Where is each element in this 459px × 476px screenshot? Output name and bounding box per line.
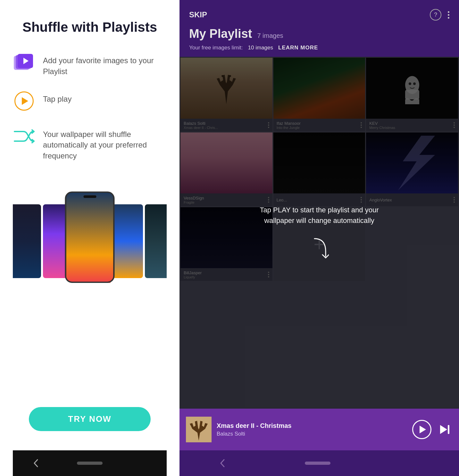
phone-showcase bbox=[13, 180, 167, 283]
player-next-button[interactable] bbox=[437, 421, 453, 438]
feature-play: Tap play bbox=[13, 90, 167, 112]
back-button[interactable] bbox=[30, 457, 43, 470]
phone-screen bbox=[66, 193, 113, 282]
tap-play-tooltip: Tap PLAY to start the playlist and your … bbox=[255, 205, 383, 226]
bottom-player: Xmas deer II - Christmas Balazs Solti bbox=[179, 409, 459, 450]
feature-shuffle: Your wallpaper will shuffle automaticall… bbox=[13, 125, 167, 161]
wallpaper-4 bbox=[113, 204, 143, 278]
right-panel: SKIP ? My Playlist 7 images Your free im… bbox=[179, 0, 459, 476]
svg-rect-7 bbox=[448, 425, 449, 434]
wallpaper-grid-area: Balazs Solti Xmas deer II - Chris... Ifa… bbox=[179, 57, 459, 409]
playlist-count: 7 images bbox=[257, 32, 283, 39]
home-pill[interactable] bbox=[77, 462, 103, 465]
free-limit-label: Your free images limit: bbox=[189, 45, 243, 51]
page-title: Shuffle with Playlists bbox=[22, 19, 157, 35]
player-play-button[interactable] bbox=[412, 420, 431, 439]
tap-play-overlay: Tap PLAY to start the playlist and your … bbox=[179, 57, 459, 409]
top-icons: ? bbox=[430, 9, 449, 21]
right-header: SKIP ? My Playlist 7 images Your free im… bbox=[179, 0, 459, 57]
player-thumbnail bbox=[186, 417, 212, 442]
phone-frame bbox=[65, 191, 115, 283]
help-icon[interactable]: ? bbox=[430, 9, 441, 21]
learn-more-button[interactable]: LEARN MORE bbox=[278, 45, 318, 51]
more-menu-icon[interactable] bbox=[448, 11, 449, 19]
player-info: Xmas deer II - Christmas Balazs Solti bbox=[217, 422, 407, 437]
feature-play-text: Tap play bbox=[43, 90, 71, 105]
shuffle-icon bbox=[13, 125, 35, 148]
feature-playlist-text: Add your favorite images to your Playlis… bbox=[43, 51, 167, 77]
wallpaper-1 bbox=[13, 204, 41, 278]
left-panel: Shuffle with Playlists Add your favorite… bbox=[0, 0, 179, 476]
top-bar: SKIP ? bbox=[189, 9, 449, 21]
wallpaper-5 bbox=[145, 204, 167, 278]
phone-notch bbox=[83, 195, 96, 198]
playlist-title: My Playlist bbox=[189, 27, 252, 41]
play-icon bbox=[13, 90, 35, 112]
bottom-nav-right bbox=[179, 450, 459, 476]
curved-arrow-icon bbox=[310, 235, 329, 261]
skip-button[interactable]: SKIP bbox=[189, 10, 207, 19]
free-limit-bar: Your free images limit: 10 images LEARN … bbox=[189, 45, 449, 57]
player-artist: Balazs Solti bbox=[217, 431, 407, 437]
playlist-title-row: My Playlist 7 images bbox=[189, 27, 449, 41]
try-now-button[interactable]: TRY NOW bbox=[29, 407, 151, 431]
player-title: Xmas deer II - Christmas bbox=[217, 422, 407, 429]
free-limit-value: 10 images bbox=[248, 45, 273, 51]
back-button-right[interactable] bbox=[218, 458, 228, 468]
home-pill-right[interactable] bbox=[305, 462, 330, 465]
playlist-icon bbox=[13, 51, 35, 74]
feature-playlist: Add your favorite images to your Playlis… bbox=[13, 51, 167, 77]
feature-shuffle-text: Your wallpaper will shuffle automaticall… bbox=[43, 125, 167, 161]
bottom-nav-left bbox=[13, 450, 167, 476]
